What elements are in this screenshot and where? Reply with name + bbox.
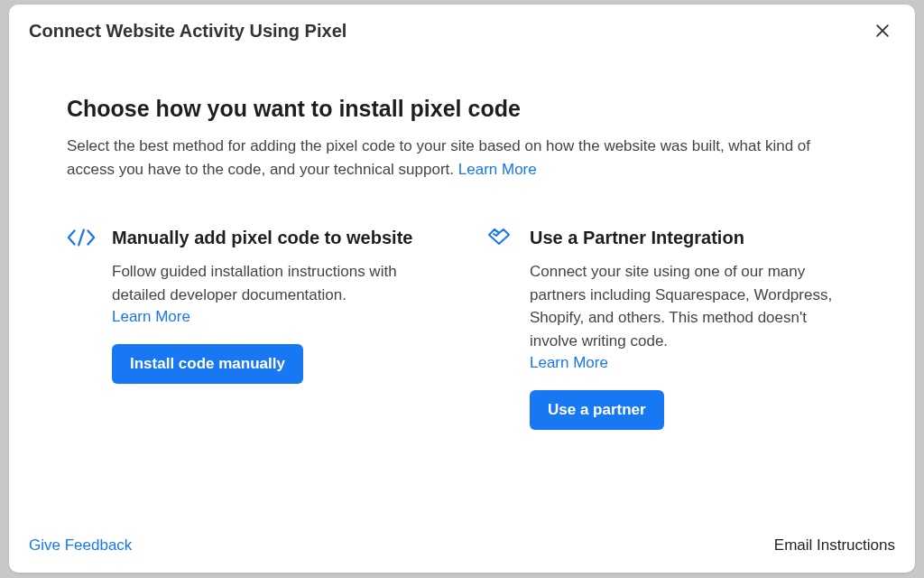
use-a-partner-button[interactable]: Use a partner <box>530 390 664 430</box>
svg-line-2 <box>79 230 84 246</box>
option-partner: Use a Partner Integration Connect your s… <box>485 226 857 430</box>
handshake-icon <box>485 226 513 430</box>
option-partner-desc: Connect your site using one of our many … <box>530 260 857 352</box>
give-feedback-link[interactable]: Give Feedback <box>29 536 132 555</box>
option-partner-title: Use a Partner Integration <box>530 226 857 249</box>
option-manual-desc: Follow guided installation instructions … <box>112 260 439 306</box>
code-icon <box>67 226 96 430</box>
close-icon <box>873 22 892 40</box>
modal-body: Choose how you want to install pixel cod… <box>9 51 915 522</box>
option-manual-content: Manually add pixel code to website Follo… <box>112 226 439 430</box>
close-button[interactable] <box>870 18 895 43</box>
section-title: Choose how you want to install pixel cod… <box>67 96 857 122</box>
modal-header: Connect Website Activity Using Pixel <box>9 5 915 51</box>
section-desc-text: Select the best method for adding the pi… <box>67 137 810 178</box>
modal-footer: Give Feedback Email Instructions <box>9 522 915 573</box>
pixel-install-modal: Connect Website Activity Using Pixel Cho… <box>9 5 915 573</box>
email-instructions-link[interactable]: Email Instructions <box>774 536 895 555</box>
option-manual-learn-more-link[interactable]: Learn More <box>112 308 190 326</box>
install-code-manually-button[interactable]: Install code manually <box>112 344 303 384</box>
options-container: Manually add pixel code to website Follo… <box>67 226 857 430</box>
section-learn-more-link[interactable]: Learn More <box>458 161 537 178</box>
option-manual: Manually add pixel code to website Follo… <box>67 226 439 430</box>
option-partner-content: Use a Partner Integration Connect your s… <box>530 226 857 430</box>
option-partner-learn-more-link[interactable]: Learn More <box>530 354 608 372</box>
modal-title: Connect Website Activity Using Pixel <box>29 21 346 42</box>
option-manual-title: Manually add pixel code to website <box>112 226 439 249</box>
section-description: Select the best method for adding the pi… <box>67 135 852 181</box>
